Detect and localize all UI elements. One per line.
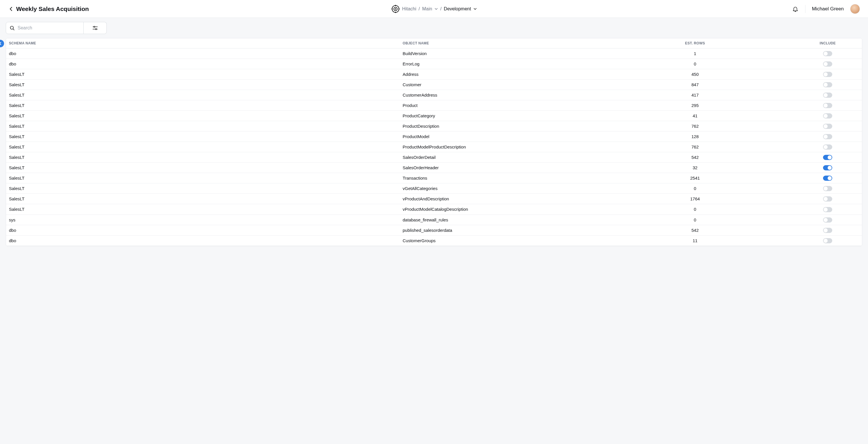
cell-include bbox=[794, 100, 862, 111]
include-toggle[interactable] bbox=[823, 145, 832, 150]
table-row[interactable]: dboErrorLog0 bbox=[6, 59, 862, 69]
include-toggle[interactable] bbox=[823, 207, 832, 212]
cell-schema: SalesLT bbox=[6, 90, 400, 100]
cell-object: vProductModelCatalogDescription bbox=[400, 204, 597, 215]
include-toggle[interactable] bbox=[823, 103, 832, 108]
table-row[interactable]: dbopublished_salesorderdata542 bbox=[6, 225, 862, 235]
filter-button[interactable] bbox=[84, 22, 107, 34]
cell-schema: dbo bbox=[6, 59, 400, 69]
include-toggle[interactable] bbox=[823, 72, 832, 77]
column-header-est-rows[interactable]: Est. Rows bbox=[597, 38, 794, 49]
cell-schema: SalesLT bbox=[6, 183, 400, 194]
search-input[interactable] bbox=[18, 25, 80, 31]
table-row[interactable]: SalesLTvProductModelCatalogDescription0 bbox=[6, 204, 862, 215]
include-toggle[interactable] bbox=[823, 93, 832, 98]
include-toggle[interactable] bbox=[823, 61, 832, 67]
back-button[interactable] bbox=[8, 6, 14, 12]
notifications-button[interactable] bbox=[792, 5, 799, 12]
include-toggle[interactable] bbox=[823, 82, 832, 87]
cell-est-rows: 295 bbox=[597, 100, 794, 111]
cell-est-rows: 450 bbox=[597, 69, 794, 80]
cell-schema: SalesLT bbox=[6, 152, 400, 163]
include-toggle[interactable] bbox=[823, 196, 832, 201]
cell-schema: SalesLT bbox=[6, 121, 400, 131]
cell-object: Transactions bbox=[400, 173, 597, 183]
chevron-down-icon[interactable] bbox=[473, 7, 477, 11]
table-row[interactable]: SalesLTTransactions2541 bbox=[6, 173, 862, 183]
cell-schema: SalesLT bbox=[6, 173, 400, 183]
cell-schema: SalesLT bbox=[6, 194, 400, 204]
cell-include bbox=[794, 215, 862, 225]
table-row[interactable]: SalesLTProductModel128 bbox=[6, 131, 862, 142]
cell-est-rows: 762 bbox=[597, 142, 794, 152]
breadcrumb-env[interactable]: Development bbox=[444, 6, 471, 11]
table-row[interactable]: SalesLTCustomer847 bbox=[6, 80, 862, 90]
cell-est-rows: 11 bbox=[597, 235, 794, 246]
column-header-include[interactable]: Include bbox=[794, 38, 862, 49]
breadcrumb-org[interactable]: Hitachi bbox=[402, 6, 416, 11]
chevron-down-icon[interactable] bbox=[435, 7, 438, 11]
user-name[interactable]: Michael Green bbox=[812, 6, 844, 12]
cell-include bbox=[794, 152, 862, 163]
cell-object: published_salesorderdata bbox=[400, 225, 597, 235]
table-row[interactable]: SalesLTvProductAndDescription1764 bbox=[6, 194, 862, 204]
include-toggle[interactable] bbox=[823, 134, 832, 139]
cell-schema: dbo bbox=[6, 225, 400, 235]
cell-include bbox=[794, 111, 862, 121]
include-toggle[interactable] bbox=[823, 176, 832, 181]
table-row[interactable]: dboCustomerGroups11 bbox=[6, 235, 862, 246]
svg-rect-4 bbox=[395, 12, 396, 13]
cell-est-rows: 542 bbox=[597, 152, 794, 163]
table-row[interactable]: SalesLTSalesOrderHeader32 bbox=[6, 163, 862, 173]
column-header-schema[interactable]: Schema Name bbox=[6, 38, 400, 49]
include-toggle[interactable] bbox=[823, 113, 832, 119]
avatar[interactable] bbox=[850, 4, 860, 14]
column-header-object[interactable]: Object Name bbox=[400, 38, 597, 49]
cell-include bbox=[794, 163, 862, 173]
cell-object: database_firewall_rules bbox=[400, 215, 597, 225]
cell-schema: dbo bbox=[6, 235, 400, 246]
cell-object: vGetAllCategories bbox=[400, 183, 597, 194]
table-row[interactable]: SalesLTCustomerAddress417 bbox=[6, 90, 862, 100]
table-row[interactable]: SalesLTAddress450 bbox=[6, 69, 862, 80]
cell-schema: dbo bbox=[6, 49, 400, 59]
sliders-icon bbox=[93, 26, 98, 30]
toolbar bbox=[6, 22, 862, 34]
table-row[interactable]: dboBuildVersion1 bbox=[6, 49, 862, 59]
cell-include bbox=[794, 59, 862, 69]
search-box[interactable] bbox=[6, 22, 84, 34]
divider bbox=[805, 5, 805, 13]
include-toggle[interactable] bbox=[823, 124, 832, 129]
cell-est-rows: 0 bbox=[597, 59, 794, 69]
cell-schema: SalesLT bbox=[6, 69, 400, 80]
cell-object: Address bbox=[400, 69, 597, 80]
cell-object: BuildVersion bbox=[400, 49, 597, 59]
include-toggle[interactable] bbox=[823, 228, 832, 233]
include-toggle[interactable] bbox=[823, 155, 832, 160]
include-toggle[interactable] bbox=[823, 186, 832, 191]
svg-rect-3 bbox=[395, 5, 396, 6]
table-row[interactable]: SalesLTProduct295 bbox=[6, 100, 862, 111]
cell-schema: SalesLT bbox=[6, 163, 400, 173]
include-toggle[interactable] bbox=[823, 51, 832, 56]
cell-include bbox=[794, 235, 862, 246]
cell-schema: SalesLT bbox=[6, 100, 400, 111]
include-toggle[interactable] bbox=[823, 165, 832, 170]
include-toggle[interactable] bbox=[823, 238, 832, 243]
cell-include bbox=[794, 69, 862, 80]
table-row[interactable]: SalesLTvGetAllCategories0 bbox=[6, 183, 862, 194]
cell-object: Customer bbox=[400, 80, 597, 90]
table-row[interactable]: SalesLTProductModelProductDescription762 bbox=[6, 142, 862, 152]
table-row[interactable]: SalesLTSalesOrderDetail542 bbox=[6, 152, 862, 163]
include-toggle[interactable] bbox=[823, 217, 832, 223]
cell-est-rows: 0 bbox=[597, 215, 794, 225]
cell-est-rows: 2541 bbox=[597, 173, 794, 183]
table-row[interactable]: SalesLTProductDescription762 bbox=[6, 121, 862, 131]
table-row[interactable]: SalesLTProductCategory41 bbox=[6, 111, 862, 121]
cell-schema: SalesLT bbox=[6, 111, 400, 121]
cell-object: vProductAndDescription bbox=[400, 194, 597, 204]
cell-include bbox=[794, 142, 862, 152]
table-row[interactable]: sysdatabase_firewall_rules0 bbox=[6, 215, 862, 225]
breadcrumb-project[interactable]: Main bbox=[422, 6, 432, 11]
collapse-drawer-button[interactable] bbox=[0, 40, 4, 47]
